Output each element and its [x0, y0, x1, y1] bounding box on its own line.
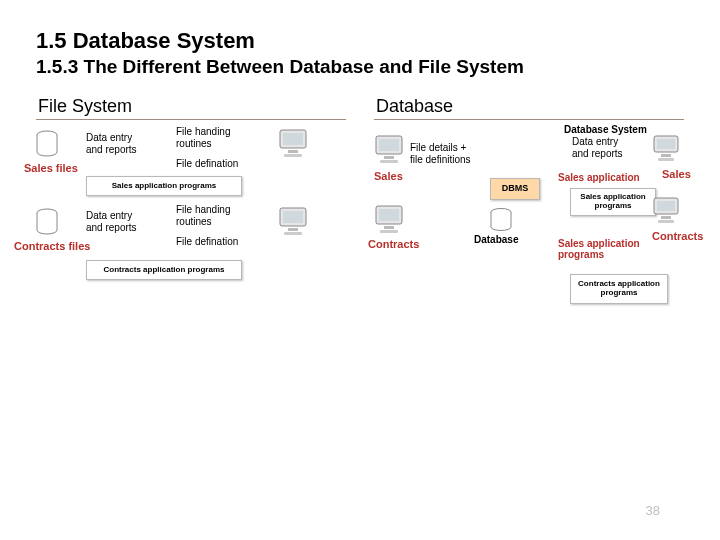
section-title: Database System — [73, 28, 255, 53]
database-title: Database — [376, 96, 684, 117]
svg-rect-24 — [657, 201, 675, 211]
monitor-icon — [278, 128, 310, 160]
label-sales-application: Sales application — [558, 172, 640, 183]
label-sales-files: Sales files — [24, 162, 78, 174]
subsection-number: 1.5.3 — [36, 56, 78, 77]
svg-rect-12 — [384, 156, 394, 159]
columns: File System Sales files Data entry and r… — [36, 96, 684, 316]
svg-rect-13 — [380, 160, 398, 163]
monitor-icon — [278, 206, 310, 238]
monitor-icon — [374, 134, 406, 166]
box-sales-app-programs: Sales application programs — [86, 176, 242, 196]
svg-rect-26 — [658, 220, 674, 223]
label-sales-application-programs: Sales application programs — [558, 238, 640, 260]
svg-rect-17 — [380, 230, 398, 233]
svg-rect-25 — [661, 216, 671, 219]
label-sales: Sales — [662, 168, 691, 180]
database-diagram: Database System File details + file defi… — [374, 126, 684, 316]
cylinder-icon — [490, 208, 512, 236]
label-contracts-files: Contracts files — [14, 240, 90, 252]
label-file-details: File details + file definitions — [410, 142, 471, 165]
label-file-definition: File defination — [176, 158, 238, 170]
label-data-entry: Data entry and reports — [86, 210, 137, 233]
svg-rect-16 — [384, 226, 394, 229]
monitor-icon — [374, 204, 406, 236]
svg-rect-8 — [288, 228, 298, 231]
label-sales: Sales — [374, 170, 403, 182]
label-database-system: Database System — [564, 124, 647, 135]
label-file-handling: File handing routines — [176, 126, 230, 149]
database-column: Database Database System File details + … — [374, 96, 684, 316]
label-file-definition: File defination — [176, 236, 238, 248]
svg-rect-15 — [379, 209, 399, 221]
cylinder-icon — [36, 208, 58, 240]
label-database: Database — [474, 234, 518, 245]
svg-rect-2 — [283, 133, 303, 145]
label-file-handling: File handing routines — [176, 204, 230, 227]
label-data-entry: Data entry and reports — [572, 136, 623, 159]
file-system-diagram: Sales files Data entry and reports File … — [36, 126, 346, 316]
box-dbms: DBMS — [490, 178, 540, 200]
box-contracts-app-programs: Contracts application programs — [86, 260, 242, 280]
box-sales-app-programs: Sales application programs — [570, 188, 656, 216]
subsection-title: The Different Between Database and File … — [84, 56, 524, 77]
heading-1: 1.5 Database System — [36, 28, 684, 54]
svg-rect-7 — [283, 211, 303, 223]
svg-rect-3 — [288, 150, 298, 153]
svg-rect-11 — [379, 139, 399, 151]
section-number: 1.5 — [36, 28, 67, 53]
box-contracts-app-programs: Contracts application programs — [570, 274, 668, 304]
file-system-column: File System Sales files Data entry and r… — [36, 96, 346, 316]
cylinder-icon — [36, 130, 58, 162]
label-contracts: Contracts — [652, 230, 703, 242]
page-number: 38 — [646, 503, 660, 518]
monitor-icon — [652, 134, 682, 164]
divider — [36, 119, 346, 120]
file-system-title: File System — [38, 96, 346, 117]
label-contracts: Contracts — [368, 238, 419, 250]
divider — [374, 119, 684, 120]
svg-rect-9 — [284, 232, 302, 235]
slide-page: 1.5 Database System 1.5.3 The Different … — [0, 0, 720, 540]
monitor-icon — [652, 196, 682, 226]
svg-rect-20 — [657, 139, 675, 149]
svg-rect-21 — [661, 154, 671, 157]
heading-2: 1.5.3 The Different Between Database and… — [36, 56, 684, 78]
label-data-entry: Data entry and reports — [86, 132, 137, 155]
svg-rect-4 — [284, 154, 302, 157]
svg-rect-22 — [658, 158, 674, 161]
